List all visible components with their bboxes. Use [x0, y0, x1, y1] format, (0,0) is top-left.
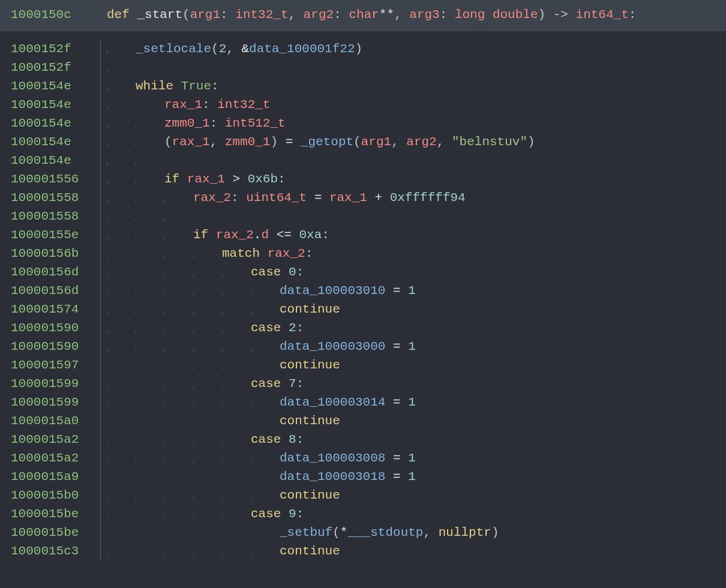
var-zmm0[interactable]: zmm0_1 — [164, 116, 210, 130]
code-line[interactable]: 100001599 data_100003014 = 1 — [0, 393, 726, 412]
code-line[interactable]: 1000154e zmm0_1: int512_t — [0, 114, 726, 133]
code-line[interactable]: 10000156b match rax_2: — [0, 244, 726, 263]
code[interactable]: continue — [107, 300, 715, 319]
space — [208, 228, 216, 242]
data-ref[interactable]: data_100003008 — [280, 451, 385, 465]
colon: : — [440, 8, 455, 22]
code[interactable]: case 0: — [107, 263, 715, 281]
type-uint64[interactable]: uint64_t — [246, 191, 307, 205]
code-line[interactable]: 1000015be case 9: — [0, 505, 726, 523]
code-line[interactable]: 100001558 rax_2: uint64_t = rax_1 + 0xff… — [0, 188, 726, 207]
field-d[interactable]: d — [261, 228, 269, 242]
code[interactable]: while True: — [107, 77, 715, 95]
arg3[interactable]: arg3 — [409, 8, 439, 22]
space — [173, 79, 181, 93]
data-ref[interactable]: data_100003000 — [280, 340, 385, 353]
code[interactable] — [107, 58, 715, 77]
code-line[interactable]: 100001574 continue — [0, 300, 726, 319]
arg2[interactable]: arg2 — [406, 135, 436, 149]
code-line[interactable]: 1000015a2 case 8: — [0, 430, 726, 449]
code[interactable]: (rax_1, zmm0_1) = _getopt(arg1, arg2, "b… — [107, 133, 715, 151]
code[interactable]: case 2: — [107, 319, 715, 337]
code-line[interactable]: 100001599 case 7: — [0, 374, 726, 393]
code-line[interactable]: 1000015b0 continue — [0, 486, 726, 505]
code[interactable] — [107, 207, 715, 226]
code-line[interactable]: 10000156d case 0: — [0, 263, 726, 281]
type-longdouble[interactable]: long double — [455, 8, 538, 22]
code-line[interactable]: 1000015a2 data_100003008 = 1 — [0, 449, 726, 467]
code[interactable]: def _start(arg1: int32_t, arg2: char**, … — [107, 0, 715, 31]
code[interactable]: zmm0_1: int512_t — [107, 114, 715, 133]
code-line[interactable]: 1000154e (rax_1, zmm0_1) = _getopt(arg1,… — [0, 133, 726, 151]
code[interactable]: data_100003018 = 1 — [107, 467, 715, 486]
code[interactable]: continue — [107, 542, 715, 560]
code[interactable]: case 7: — [107, 374, 715, 393]
data-ref[interactable]: data_100003010 — [280, 284, 385, 298]
code[interactable]: data_100003014 = 1 — [107, 393, 715, 412]
code[interactable]: data_100003010 = 1 — [107, 281, 715, 300]
code[interactable]: match rax_2: — [107, 244, 715, 263]
comma: , — [391, 135, 406, 149]
function-header-line[interactable]: 1000150c def _start(arg1: int32_t, arg2:… — [0, 0, 726, 31]
call-setlocale[interactable]: _setlocale — [136, 42, 211, 56]
var-rax1[interactable]: rax_1 — [172, 135, 210, 149]
stdoutp-ref[interactable]: ___stdoutp — [347, 526, 423, 539]
type-int512[interactable]: int512_t — [225, 116, 286, 130]
var-rax2[interactable]: rax_2 — [193, 191, 231, 205]
gutter — [95, 263, 107, 281]
func-name[interactable]: _start — [137, 8, 182, 22]
type-int32[interactable]: int32_t — [235, 8, 288, 22]
var-rax1[interactable]: rax_1 — [187, 172, 225, 186]
code[interactable]: data_100003008 = 1 — [107, 449, 715, 467]
code[interactable]: continue — [107, 486, 715, 505]
code-line[interactable]: 1000152f _setlocale(2, &data_100001f22) — [0, 40, 726, 58]
arg1[interactable]: arg1 — [190, 8, 220, 22]
code-line[interactable]: 1000015be _setbuf(*___stdoutp, nullptr) — [0, 523, 726, 542]
code-line[interactable]: 100001590 case 2: — [0, 319, 726, 337]
code[interactable]: rax_1: int32_t — [107, 95, 715, 114]
code[interactable]: _setbuf(*___stdoutp, nullptr) — [107, 523, 715, 542]
code-line[interactable]: 100001556 if rax_1 > 0x6b: — [0, 170, 726, 188]
type-char[interactable]: char — [349, 8, 379, 22]
code[interactable]: case 9: — [107, 505, 715, 523]
colon: : — [296, 321, 304, 335]
colon: : — [296, 265, 304, 279]
code-line[interactable]: 1000154e while True: — [0, 77, 726, 95]
gutter — [95, 114, 107, 133]
code[interactable]: _setlocale(2, &data_100001f22) — [107, 40, 715, 58]
var-zmm0[interactable]: zmm0_1 — [225, 135, 271, 149]
code-line[interactable]: 1000015c3 continue — [0, 542, 726, 560]
code-line[interactable]: 100001558 — [0, 207, 726, 226]
data-ref[interactable]: data_100003014 — [280, 395, 385, 409]
code-line[interactable]: 100001590 data_100003000 = 1 — [0, 337, 726, 356]
type-int32[interactable]: int32_t — [217, 98, 270, 112]
call-setbuf[interactable]: _setbuf — [280, 526, 332, 539]
data-ref[interactable]: data_100001f22 — [249, 42, 355, 56]
code[interactable]: case 8: — [107, 430, 715, 449]
code-line[interactable]: 1000015a9 data_100003018 = 1 — [0, 467, 726, 486]
arg2[interactable]: arg2 — [304, 8, 334, 22]
arg1[interactable]: arg1 — [361, 135, 391, 149]
code[interactable]: continue — [107, 356, 715, 374]
code[interactable]: if rax_1 > 0x6b: — [107, 170, 715, 188]
var-rax2[interactable]: rax_2 — [216, 228, 254, 242]
code-line[interactable]: 10000155e if rax_2.d <= 0xa: — [0, 226, 726, 244]
call-getopt[interactable]: _getopt — [301, 135, 353, 149]
code[interactable]: rax_2: uint64_t = rax_1 + 0xffffff94 — [107, 188, 715, 207]
code[interactable]: if rax_2.d <= 0xa: — [107, 226, 715, 244]
code[interactable] — [107, 151, 715, 170]
code-line[interactable]: 100001597 continue — [0, 356, 726, 374]
code-line[interactable]: 1000015a0 continue — [0, 412, 726, 430]
ret-type[interactable]: int64_t — [576, 8, 629, 22]
kw-case: case — [251, 377, 281, 391]
code-line[interactable]: 10000156d data_100003010 = 1 — [0, 281, 726, 300]
data-ref[interactable]: data_100003018 — [280, 470, 385, 484]
code-line[interactable]: 1000154e — [0, 151, 726, 170]
code-line[interactable]: 1000154e rax_1: int32_t — [0, 95, 726, 114]
var-rax1[interactable]: rax_1 — [164, 98, 202, 112]
code-line[interactable]: 1000152f — [0, 58, 726, 77]
code[interactable]: continue — [107, 412, 715, 430]
var-rax2[interactable]: rax_2 — [268, 247, 305, 260]
var-rax1[interactable]: rax_1 — [329, 191, 367, 205]
code[interactable]: data_100003000 = 1 — [107, 337, 715, 356]
